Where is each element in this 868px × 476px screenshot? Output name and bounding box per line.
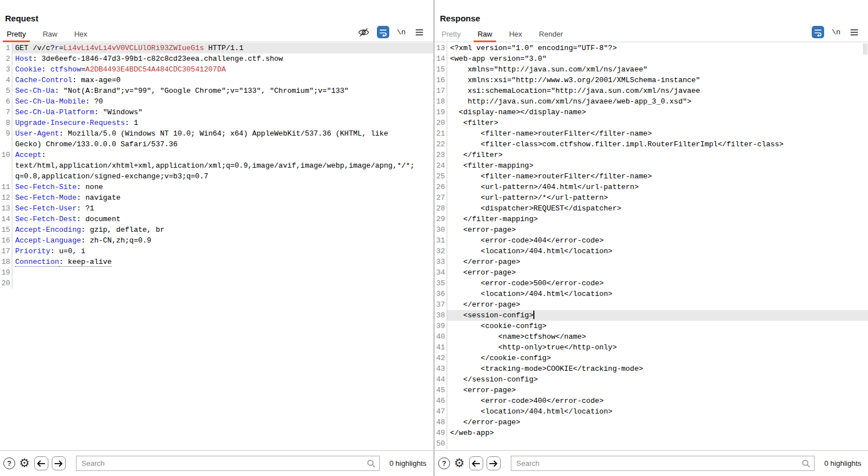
line-number: 46 xyxy=(435,396,447,406)
line-number: 5 xyxy=(0,86,12,96)
tab-hex[interactable]: Hex xyxy=(509,27,522,42)
editor-menu-icon[interactable] xyxy=(848,26,860,38)
code-line: 20 xyxy=(0,278,433,289)
line-number: 7 xyxy=(0,107,12,118)
previous-match-button[interactable] xyxy=(34,456,48,470)
line-number: 18 xyxy=(435,96,447,107)
editor-menu-icon[interactable] xyxy=(413,26,425,38)
next-match-button[interactable] xyxy=(487,456,501,470)
line-number: 6 xyxy=(0,96,12,107)
code-line: 28 <dispatcher>REQUEST</dispatcher> xyxy=(435,203,868,214)
line-number: 36 xyxy=(435,289,447,299)
request-editor[interactable]: 1GET /v/c?r=Li4vLi4vLi4vV0VCLUlORi93ZWIu… xyxy=(0,43,433,450)
settings-gear-icon[interactable]: ⚙ xyxy=(19,457,30,469)
line-number: 34 xyxy=(435,267,447,278)
line-number: 32 xyxy=(435,246,447,257)
line-number: 39 xyxy=(435,321,447,331)
word-wrap-icon[interactable] xyxy=(812,26,824,38)
line-number: 43 xyxy=(435,363,447,374)
code-line: 47 <location>/404.html</location> xyxy=(435,406,868,417)
response-tabs: PrettyRawHexRender xyxy=(435,27,868,42)
line-number: 19 xyxy=(0,267,12,278)
settings-gear-icon[interactable]: ⚙ xyxy=(454,457,465,469)
code-line: 17Priority: u=0, i xyxy=(0,246,433,257)
line-number: 18 xyxy=(0,257,12,267)
hide-nonprintable-icon[interactable] xyxy=(357,26,370,38)
scrollbar-thumb[interactable] xyxy=(863,43,867,55)
line-number: 33 xyxy=(435,257,447,267)
code-line: 10Accept: xyxy=(0,150,433,160)
code-line: 11Sec-Fetch-Site: none xyxy=(0,182,433,192)
code-line: 18 http://java.sun.com/xml/ns/javaee/web… xyxy=(435,96,868,107)
code-line: 48 </error-page> xyxy=(435,417,868,428)
tab-render[interactable]: Render xyxy=(539,27,563,42)
tab-pretty[interactable]: Pretty xyxy=(442,27,461,42)
code-line: 15 xmlns="http://java.sun.com/xml/ns/jav… xyxy=(435,64,868,75)
line-number: 30 xyxy=(435,224,447,235)
code-line: 23 </filter> xyxy=(435,150,868,160)
line-number: 8 xyxy=(0,118,12,128)
line-number: 23 xyxy=(435,150,447,160)
line-number: 20 xyxy=(435,118,447,128)
show-newlines-icon[interactable]: \n xyxy=(831,28,840,37)
code-line: 34 <error-page> xyxy=(435,267,868,278)
help-icon[interactable]: ? xyxy=(3,457,15,469)
response-editor[interactable]: 13<?xml version="1.0" encoding="UTF-8"?>… xyxy=(435,43,868,450)
line-number: 49 xyxy=(435,428,447,438)
code-line: 15Accept-Encoding: gzip, deflate, br xyxy=(0,224,433,235)
line-number: 41 xyxy=(435,342,447,353)
search-input[interactable] xyxy=(511,456,815,471)
line-number xyxy=(0,139,12,150)
line-number: 27 xyxy=(435,192,447,203)
line-number: 16 xyxy=(0,235,12,246)
line-number: 2 xyxy=(0,53,12,64)
code-line: 13<?xml version="1.0" encoding="UTF-8"?> xyxy=(435,43,868,53)
code-line: 50 xyxy=(435,438,868,449)
request-editor-icons: \n xyxy=(357,26,425,38)
line-number: 4 xyxy=(0,75,12,86)
next-match-button[interactable] xyxy=(52,456,66,470)
request-title: Request xyxy=(5,14,38,23)
tab-raw[interactable]: Raw xyxy=(478,27,492,42)
code-line: 42 </cookie-config> xyxy=(435,353,868,363)
line-number: 28 xyxy=(435,203,447,214)
line-number: 17 xyxy=(435,86,447,96)
previous-match-button[interactable] xyxy=(469,456,483,470)
code-line: 41 <http-only>true</http-only> xyxy=(435,342,868,353)
line-number: 47 xyxy=(435,406,447,417)
line-number xyxy=(0,171,12,182)
tab-raw[interactable]: Raw xyxy=(43,27,57,42)
line-number: 31 xyxy=(435,235,447,246)
burp-message-editor: Request PrettyRawHex \n 1GET /v/c?r=Li4v… xyxy=(0,0,868,476)
word-wrap-icon[interactable] xyxy=(377,26,389,38)
code-line: 3Cookie: ctfshow=A2DB4493E4BDC54A484CDC3… xyxy=(0,64,433,75)
help-icon[interactable]: ? xyxy=(438,457,450,469)
show-newlines-icon[interactable]: \n xyxy=(397,28,406,37)
search-icon xyxy=(801,459,811,470)
line-number: 11 xyxy=(0,182,12,192)
line-number: 48 xyxy=(435,417,447,428)
line-number: 15 xyxy=(0,224,12,235)
code-line: 24 <filter-mapping> xyxy=(435,160,868,171)
code-line: 33 </error-page> xyxy=(435,257,868,267)
code-line: 7Sec-Ch-Ua-Platform: "Windows" xyxy=(0,107,433,118)
search-field-wrap xyxy=(76,456,380,471)
search-input[interactable] xyxy=(76,456,380,471)
tab-hex[interactable]: Hex xyxy=(74,27,87,42)
tab-pretty[interactable]: Pretty xyxy=(7,27,26,42)
line-number: 1 xyxy=(0,43,12,53)
code-line: q=0.8,application/signed-exchange;v=b3;q… xyxy=(0,171,433,182)
line-number: 14 xyxy=(0,214,12,224)
line-number: 38 xyxy=(435,310,447,321)
code-line: 25 <filter-name>routerFilter</filter-nam… xyxy=(435,171,868,182)
response-panel: Response PrettyRawHexRender \n 13<?xml v… xyxy=(435,0,868,476)
code-line: 32 <location>/404.html</location> xyxy=(435,246,868,257)
highlights-count: 0 highlights xyxy=(389,459,426,468)
line-number: 22 xyxy=(435,139,447,150)
code-line: 26 <url-pattern>/404.html</url-pattern> xyxy=(435,182,868,192)
code-line: 14Sec-Fetch-Dest: document xyxy=(0,214,433,224)
line-number: 50 xyxy=(435,438,447,449)
line-number: 25 xyxy=(435,171,447,182)
line-number: 40 xyxy=(435,331,447,342)
code-line: 12Sec-Fetch-Mode: navigate xyxy=(0,192,433,203)
